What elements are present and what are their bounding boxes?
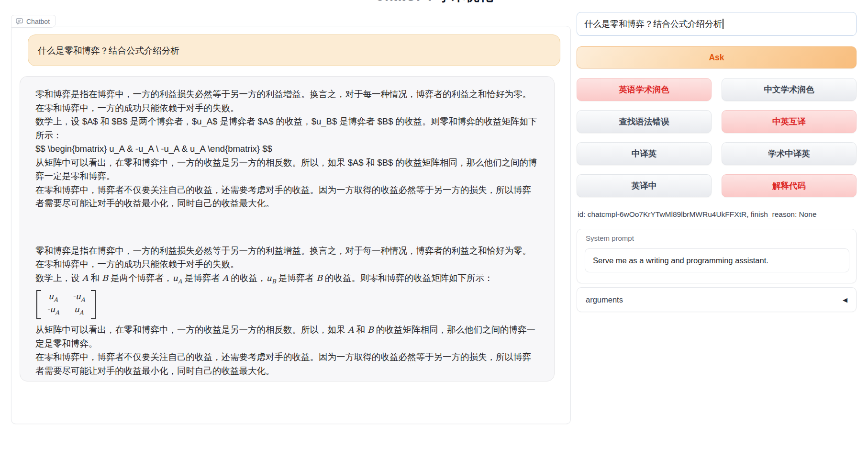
arguments-accordion[interactable]: arguments ◀ <box>577 287 857 312</box>
bot-text-line: 在零和博弈中，博弈者不仅要关注自己的收益，还需要考虑对手的收益。因为一方取得的收… <box>35 350 539 378</box>
question-input[interactable]: 什么是零和博弈？结合公式介绍分析 <box>577 12 857 36</box>
quick-action-button[interactable]: 英语学术润色 <box>577 78 712 101</box>
bot-message-rendered-paragraph: 零和博弈是指在博弈中，一方的利益损失必然等于另一方的利益增益。换言之，对于每一种… <box>35 244 539 378</box>
bot-text-line: $$ \begin{bmatrix} u_A & -u_A \ -u_A & u… <box>35 142 539 156</box>
control-panel: 什么是零和博弈？结合公式介绍分析 Ask 英语学术润色中文学术润色查找语法错误中… <box>577 12 857 347</box>
bot-text-line: 零和博弈是指在博弈中，一方的利益损失必然等于另一方的利益增益。换言之，对于每一种… <box>35 244 539 271</box>
ask-button[interactable]: Ask <box>577 46 857 68</box>
collapse-arrow-icon: ◀ <box>843 296 847 303</box>
question-input-value: 什么是零和博弈？结合公式介绍分析 <box>584 18 722 30</box>
payoff-matrix: uA-uA-uAuA <box>36 290 96 319</box>
quick-action-button[interactable]: 英译中 <box>577 174 712 197</box>
text-cursor <box>723 19 723 29</box>
bot-text-line: 零和博弈是指在博弈中，一方的利益损失必然等于另一方的利益增益。换言之，对于每一种… <box>35 88 539 115</box>
quick-action-button[interactable]: 中译英 <box>577 142 712 165</box>
system-prompt-panel: System prompt Serve me as a writing and … <box>577 229 857 283</box>
quick-action-button[interactable]: 学术中译英 <box>722 142 857 165</box>
page-title: ChatGPT 学术优化 <box>0 0 868 5</box>
bot-text-line: 数学上，设 $A$ 和 $B$ 是两个博弈者，$u_A$ 是博弈者 $A$ 的收… <box>35 115 539 142</box>
bot-message-bubble: 零和博弈是指在博弈中，一方的利益损失必然等于另一方的利益增益。换言之，对于每一种… <box>20 76 555 381</box>
arguments-accordion-label: arguments <box>586 295 623 304</box>
chat-bubble-icon <box>16 18 23 24</box>
system-prompt-label: System prompt <box>586 234 634 242</box>
quick-action-grid: 英语学术润色中文学术润色查找语法错误中英互译中译英学术中译英英译中解释代码 <box>577 78 857 197</box>
user-message-bubble: 什么是零和博弈？结合公式介绍分析 <box>28 34 560 66</box>
paragraph-gap <box>35 211 539 244</box>
quick-action-button[interactable]: 中文学术润色 <box>722 78 857 101</box>
chatbot-label: Chatbot <box>11 15 56 28</box>
chatbot-label-text: Chatbot <box>26 18 50 25</box>
quick-action-button[interactable]: 中英互译 <box>722 110 857 133</box>
bot-text-line: 从矩阵中可以看出，在零和博弈中，一方的收益是另一方的相反数。所以，如果 A 和 … <box>35 323 539 350</box>
quick-action-button[interactable]: 查找语法错误 <box>577 110 712 133</box>
user-message-text: 什么是零和博弈？结合公式介绍分析 <box>38 45 179 56</box>
quick-action-button[interactable]: 解释代码 <box>722 174 857 197</box>
bot-message-raw-paragraph: 零和博弈是指在博弈中，一方的利益损失必然等于另一方的利益增益。换言之，对于每一种… <box>35 88 539 211</box>
system-prompt-value: Serve me as a writing and programming as… <box>593 256 768 265</box>
bot-text-line: 数学上，设 A 和 B 是两个博弈者，uA 是博弈者 A 的收益，uB 是博弈者… <box>35 271 539 288</box>
bot-text-line: 在零和博弈中，博弈者不仅要关注自己的收益，还需要考虑对手的收益。因为一方取得的收… <box>35 183 539 211</box>
status-line: id: chatcmpl-6wOo7KrYTwMl89lbrMWRu4UkFFX… <box>578 210 817 219</box>
bot-text-line: 从矩阵中可以看出，在零和博弈中，一方的收益是另一方的相反数。所以，如果 $A$ … <box>35 156 539 183</box>
chatbot-panel: 什么是零和博弈？结合公式介绍分析 零和博弈是指在博弈中，一方的利益损失必然等于另… <box>11 26 571 424</box>
system-prompt-input[interactable]: Serve me as a writing and programming as… <box>585 248 849 272</box>
